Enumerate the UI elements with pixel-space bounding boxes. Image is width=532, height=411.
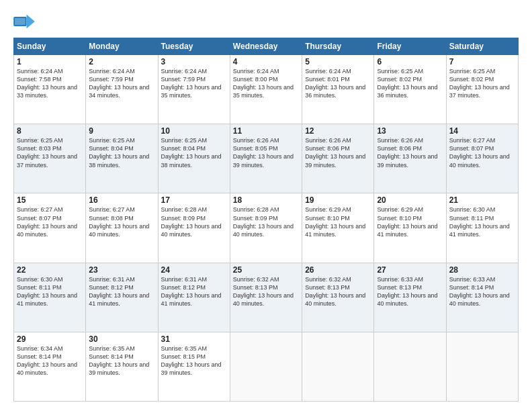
day-number: 4	[233, 57, 299, 66]
day-number: 10	[161, 126, 227, 136]
calendar-day-header: Wednesday	[230, 38, 302, 55]
calendar-cell: 3Sunrise: 6:24 AMSunset: 7:59 PMDaylight…	[158, 55, 230, 124]
cell-info: Sunrise: 6:32 AMSunset: 8:13 PMDaylight:…	[233, 275, 299, 308]
day-number: 18	[233, 195, 299, 205]
calendar-week-row: 1Sunrise: 6:24 AMSunset: 7:58 PMDaylight…	[14, 55, 519, 124]
day-number: 3	[161, 57, 227, 66]
calendar-week-row: 29Sunrise: 6:34 AMSunset: 8:14 PMDayligh…	[14, 332, 519, 401]
cell-info: Sunrise: 6:30 AMSunset: 8:11 PMDaylight:…	[449, 205, 515, 238]
day-number: 6	[377, 57, 443, 66]
calendar-cell: 14Sunrise: 6:27 AMSunset: 8:07 PMDayligh…	[446, 124, 518, 193]
logo	[13, 12, 38, 31]
calendar-cell: 21Sunrise: 6:30 AMSunset: 8:11 PMDayligh…	[446, 193, 518, 263]
cell-info: Sunrise: 6:27 AMSunset: 8:08 PMDaylight:…	[89, 205, 154, 238]
day-number: 8	[17, 126, 83, 136]
calendar-cell	[446, 332, 518, 401]
cell-info: Sunrise: 6:28 AMSunset: 8:09 PMDaylight:…	[233, 205, 299, 238]
day-number: 29	[17, 334, 83, 344]
calendar-cell: 1Sunrise: 6:24 AMSunset: 7:58 PMDaylight…	[14, 55, 86, 124]
cell-info: Sunrise: 6:35 AMSunset: 8:14 PMDaylight:…	[89, 345, 154, 377]
header	[13, 12, 519, 31]
day-number: 20	[377, 195, 443, 205]
cell-info: Sunrise: 6:31 AMSunset: 8:12 PMDaylight:…	[89, 275, 154, 308]
calendar-cell: 9Sunrise: 6:25 AMSunset: 8:04 PMDaylight…	[86, 124, 158, 193]
cell-info: Sunrise: 6:33 AMSunset: 8:13 PMDaylight:…	[377, 275, 443, 308]
calendar-cell	[374, 332, 446, 401]
calendar-cell: 22Sunrise: 6:30 AMSunset: 8:11 PMDayligh…	[14, 263, 86, 332]
cell-info: Sunrise: 6:25 AMSunset: 8:04 PMDaylight:…	[161, 136, 227, 169]
day-number: 16	[89, 195, 154, 205]
calendar-cell: 12Sunrise: 6:26 AMSunset: 8:06 PMDayligh…	[302, 124, 374, 193]
calendar-cell: 7Sunrise: 6:25 AMSunset: 8:02 PMDaylight…	[446, 55, 518, 124]
day-number: 19	[305, 195, 371, 205]
calendar-cell: 31Sunrise: 6:35 AMSunset: 8:15 PMDayligh…	[158, 332, 230, 401]
cell-info: Sunrise: 6:24 AMSunset: 7:58 PMDaylight:…	[17, 67, 83, 100]
day-number: 31	[161, 334, 227, 344]
cell-info: Sunrise: 6:28 AMSunset: 8:09 PMDaylight:…	[161, 205, 227, 238]
cell-info: Sunrise: 6:31 AMSunset: 8:12 PMDaylight:…	[161, 275, 227, 308]
calendar-cell: 4Sunrise: 6:24 AMSunset: 8:00 PMDaylight…	[230, 55, 302, 124]
cell-info: Sunrise: 6:25 AMSunset: 8:02 PMDaylight:…	[377, 67, 443, 100]
calendar-cell: 29Sunrise: 6:34 AMSunset: 8:14 PMDayligh…	[14, 332, 86, 401]
day-number: 1	[17, 57, 83, 66]
day-number: 14	[449, 126, 515, 136]
day-number: 27	[377, 265, 443, 275]
calendar-cell: 24Sunrise: 6:31 AMSunset: 8:12 PMDayligh…	[158, 263, 230, 332]
calendar-cell: 19Sunrise: 6:29 AMSunset: 8:10 PMDayligh…	[302, 193, 374, 263]
calendar-week-row: 22Sunrise: 6:30 AMSunset: 8:11 PMDayligh…	[14, 263, 519, 332]
svg-rect-2	[15, 18, 26, 26]
calendar-cell: 17Sunrise: 6:28 AMSunset: 8:09 PMDayligh…	[158, 193, 230, 263]
calendar-cell: 6Sunrise: 6:25 AMSunset: 8:02 PMDaylight…	[374, 55, 446, 124]
calendar-cell: 13Sunrise: 6:26 AMSunset: 8:06 PMDayligh…	[374, 124, 446, 193]
day-number: 7	[449, 57, 515, 66]
calendar-cell: 23Sunrise: 6:31 AMSunset: 8:12 PMDayligh…	[86, 263, 158, 332]
calendar-cell: 15Sunrise: 6:27 AMSunset: 8:07 PMDayligh…	[14, 193, 86, 263]
day-number: 2	[89, 57, 154, 66]
day-number: 23	[89, 265, 154, 275]
calendar-header-row: SundayMondayTuesdayWednesdayThursdayFrid…	[14, 38, 519, 55]
calendar-cell: 27Sunrise: 6:33 AMSunset: 8:13 PMDayligh…	[374, 263, 446, 332]
day-number: 24	[161, 265, 227, 275]
cell-info: Sunrise: 6:34 AMSunset: 8:14 PMDaylight:…	[17, 345, 83, 377]
calendar-table: SundayMondayTuesdayWednesdayThursdayFrid…	[13, 38, 519, 402]
calendar-cell: 8Sunrise: 6:25 AMSunset: 8:03 PMDaylight…	[14, 124, 86, 193]
calendar-cell: 5Sunrise: 6:24 AMSunset: 8:01 PMDaylight…	[302, 55, 374, 124]
day-number: 28	[449, 265, 515, 275]
calendar-cell: 26Sunrise: 6:32 AMSunset: 8:13 PMDayligh…	[302, 263, 374, 332]
cell-info: Sunrise: 6:25 AMSunset: 8:04 PMDaylight:…	[89, 136, 154, 169]
cell-info: Sunrise: 6:35 AMSunset: 8:15 PMDaylight:…	[161, 345, 227, 377]
calendar-cell	[230, 332, 302, 401]
svg-marker-1	[27, 15, 35, 29]
cell-info: Sunrise: 6:27 AMSunset: 8:07 PMDaylight:…	[449, 136, 515, 169]
calendar-day-header: Saturday	[446, 38, 518, 55]
cell-info: Sunrise: 6:25 AMSunset: 8:03 PMDaylight:…	[17, 136, 83, 169]
calendar-week-row: 8Sunrise: 6:25 AMSunset: 8:03 PMDaylight…	[14, 124, 519, 193]
cell-info: Sunrise: 6:24 AMSunset: 7:59 PMDaylight:…	[161, 67, 227, 100]
calendar-cell: 11Sunrise: 6:26 AMSunset: 8:05 PMDayligh…	[230, 124, 302, 193]
calendar-day-header: Friday	[374, 38, 446, 55]
calendar-cell: 2Sunrise: 6:24 AMSunset: 7:59 PMDaylight…	[86, 55, 158, 124]
cell-info: Sunrise: 6:29 AMSunset: 8:10 PMDaylight:…	[305, 205, 371, 238]
day-number: 25	[233, 265, 299, 275]
cell-info: Sunrise: 6:24 AMSunset: 8:00 PMDaylight:…	[233, 67, 299, 100]
day-number: 30	[89, 334, 154, 344]
calendar-day-header: Thursday	[302, 38, 374, 55]
cell-info: Sunrise: 6:24 AMSunset: 7:59 PMDaylight:…	[89, 67, 154, 100]
cell-info: Sunrise: 6:26 AMSunset: 8:05 PMDaylight:…	[233, 136, 299, 169]
day-number: 22	[17, 265, 83, 275]
day-number: 26	[305, 265, 371, 275]
day-number: 5	[305, 57, 371, 66]
day-number: 11	[233, 126, 299, 136]
day-number: 15	[17, 195, 83, 205]
cell-info: Sunrise: 6:30 AMSunset: 8:11 PMDaylight:…	[17, 275, 83, 308]
calendar-cell: 18Sunrise: 6:28 AMSunset: 8:09 PMDayligh…	[230, 193, 302, 263]
calendar-cell: 20Sunrise: 6:29 AMSunset: 8:10 PMDayligh…	[374, 193, 446, 263]
logo-icon	[13, 12, 35, 31]
cell-info: Sunrise: 6:26 AMSunset: 8:06 PMDaylight:…	[377, 136, 443, 169]
calendar-cell: 25Sunrise: 6:32 AMSunset: 8:13 PMDayligh…	[230, 263, 302, 332]
calendar-day-header: Monday	[86, 38, 158, 55]
cell-info: Sunrise: 6:24 AMSunset: 8:01 PMDaylight:…	[305, 67, 371, 100]
day-number: 17	[161, 195, 227, 205]
day-number: 21	[449, 195, 515, 205]
calendar-cell: 10Sunrise: 6:25 AMSunset: 8:04 PMDayligh…	[158, 124, 230, 193]
